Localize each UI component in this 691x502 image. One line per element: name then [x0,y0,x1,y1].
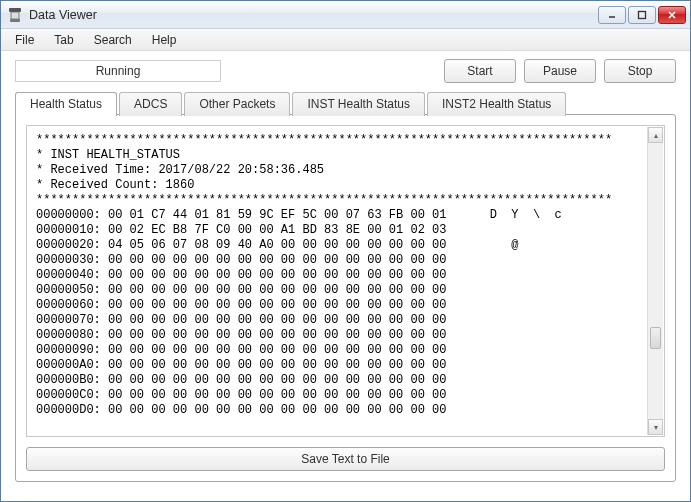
toolbar: Running Start Pause Stop [1,51,690,89]
text-scroll-area[interactable]: ****************************************… [28,127,646,435]
svg-rect-4 [639,11,646,18]
packet-count-line: * Received Count: 1860 [36,178,194,192]
text-viewer: ****************************************… [26,125,665,437]
tab-inst2-health-status[interactable]: INST2 Health Status [427,92,566,116]
window-title: Data Viewer [29,8,598,22]
menu-file[interactable]: File [5,31,44,49]
stop-button[interactable]: Stop [604,59,676,83]
tab-container: Health Status ADCS Other Packets INST He… [15,91,676,482]
hex-row: 00000010: 00 02 EC B8 7F C0 00 00 A1 BD … [36,223,446,237]
scroll-thumb[interactable] [650,327,661,349]
close-button[interactable] [658,6,686,24]
packet-name-line: * INST HEALTH_STATUS [36,148,180,162]
app-window: Data Viewer File Tab Search Help Running [0,0,691,502]
hex-row: 000000D0: 00 00 00 00 00 00 00 00 00 00 … [36,403,446,417]
hex-row: 00000060: 00 00 00 00 00 00 00 00 00 00 … [36,298,446,312]
hex-row: 00000020: 04 05 06 07 08 09 40 A0 00 00 … [36,238,583,252]
menu-tab[interactable]: Tab [44,31,83,49]
hex-row: 000000B0: 00 00 00 00 00 00 00 00 00 00 … [36,373,446,387]
scroll-down-button[interactable]: ▾ [648,419,663,435]
close-icon [667,10,677,20]
window-controls [598,6,686,24]
tab-adcs[interactable]: ADCS [119,92,182,116]
tab-row: Health Status ADCS Other Packets INST He… [15,91,676,115]
tab-other-packets[interactable]: Other Packets [184,92,290,116]
tab-health-status[interactable]: Health Status [15,92,117,116]
hex-row: 000000A0: 00 00 00 00 00 00 00 00 00 00 … [36,358,446,372]
hex-row: 00000080: 00 00 00 00 00 00 00 00 00 00 … [36,328,446,342]
start-button[interactable]: Start [444,59,516,83]
hex-row: 00000040: 00 00 00 00 00 00 00 00 00 00 … [36,268,446,282]
hex-row: 000000C0: 00 00 00 00 00 00 00 00 00 00 … [36,388,446,402]
stars-bottom: ****************************************… [36,193,612,207]
svg-rect-0 [9,8,21,12]
chevron-down-icon: ▾ [654,423,658,432]
hex-row: 00000000: 00 01 C7 44 01 81 59 9C EF 5C … [36,208,591,222]
maximize-icon [637,10,647,20]
hex-row: 00000050: 00 00 00 00 00 00 00 00 00 00 … [36,283,446,297]
running-status: Running [15,60,221,82]
vertical-scrollbar[interactable]: ▴ ▾ [647,127,663,435]
menubar: File Tab Search Help [1,29,690,51]
menu-search[interactable]: Search [84,31,142,49]
tab-panel: ****************************************… [15,114,676,482]
hex-row: 00000070: 00 00 00 00 00 00 00 00 00 00 … [36,313,446,327]
save-text-button[interactable]: Save Text to File [26,447,665,471]
pause-button[interactable]: Pause [524,59,596,83]
hex-row: 00000030: 00 00 00 00 00 00 00 00 00 00 … [36,253,446,267]
hex-row: 00000090: 00 00 00 00 00 00 00 00 00 00 … [36,343,446,357]
packet-time-line: * Received Time: 2017/08/22 20:58:36.485 [36,163,324,177]
svg-rect-1 [11,12,19,19]
scroll-up-button[interactable]: ▴ [648,127,663,143]
tab-inst-health-status[interactable]: INST Health Status [292,92,425,116]
svg-rect-2 [10,19,20,22]
chevron-up-icon: ▴ [654,131,658,140]
hex-dump: ****************************************… [28,127,646,424]
maximize-button[interactable] [628,6,656,24]
minimize-button[interactable] [598,6,626,24]
menu-help[interactable]: Help [142,31,187,49]
titlebar: Data Viewer [1,1,690,29]
stars-top: ****************************************… [36,133,612,147]
minimize-icon [607,10,617,20]
app-icon [7,7,23,23]
